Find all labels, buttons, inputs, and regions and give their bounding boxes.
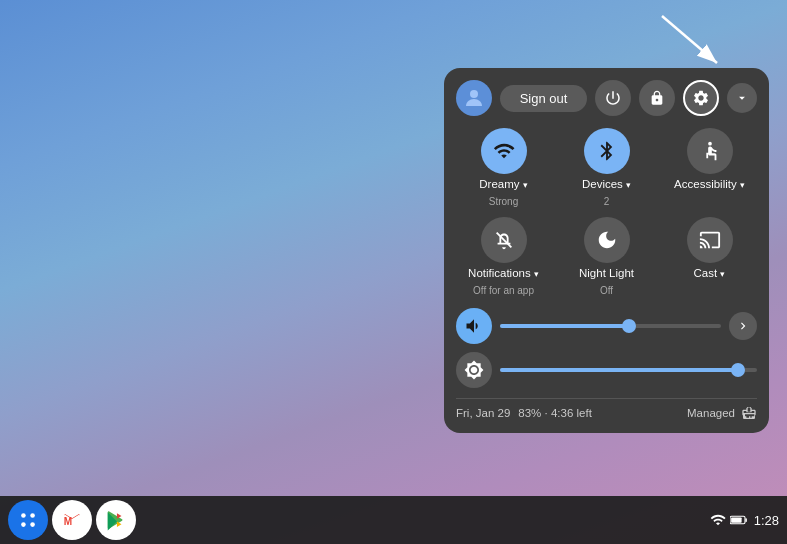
gmail-button[interactable]: M bbox=[52, 500, 92, 540]
svg-text:M: M bbox=[64, 516, 72, 527]
quick-settings-panel: Sign out bbox=[444, 68, 769, 433]
bluetooth-icon bbox=[584, 128, 630, 174]
qs-header: Sign out bbox=[456, 80, 757, 116]
launcher-button[interactable] bbox=[8, 500, 48, 540]
footer-right: Managed bbox=[687, 405, 757, 421]
footer-left: Fri, Jan 29 83% · 4:36 left bbox=[456, 407, 592, 419]
taskbar-battery-icon bbox=[730, 513, 748, 527]
notifications-sub: Off for an app bbox=[473, 285, 534, 296]
cast-label: Cast ▾ bbox=[694, 267, 726, 281]
qs-sliders bbox=[456, 308, 757, 388]
sign-out-button[interactable]: Sign out bbox=[500, 85, 587, 112]
brightness-icon[interactable] bbox=[456, 352, 492, 388]
managed-label: Managed bbox=[687, 407, 735, 419]
user-avatar bbox=[456, 80, 492, 116]
svg-rect-11 bbox=[731, 517, 742, 522]
devices-label: Devices ▾ bbox=[582, 178, 631, 192]
volume-thumb bbox=[622, 319, 636, 333]
devices-sub: 2 bbox=[604, 196, 610, 207]
battery-label: 83% · 4:36 left bbox=[518, 407, 592, 419]
settings-button[interactable] bbox=[683, 80, 719, 116]
taskbar-wifi-icon bbox=[710, 512, 726, 528]
tile-cast[interactable]: Cast ▾ bbox=[662, 217, 757, 296]
date-label: Fri, Jan 29 bbox=[456, 407, 510, 419]
taskbar: M 1:28 bbox=[0, 496, 787, 544]
brightness-track[interactable] bbox=[500, 368, 757, 372]
night-light-label: Night Light bbox=[579, 267, 634, 281]
taskbar-apps: M bbox=[8, 500, 136, 540]
notifications-label: Notifications ▾ bbox=[468, 267, 539, 281]
power-button[interactable] bbox=[595, 80, 631, 116]
volume-chevron[interactable] bbox=[729, 312, 757, 340]
volume-icon[interactable] bbox=[456, 308, 492, 344]
cast-icon bbox=[687, 217, 733, 263]
svg-point-8 bbox=[30, 522, 35, 527]
dreamy-sub: Strong bbox=[489, 196, 518, 207]
wifi-icon bbox=[481, 128, 527, 174]
notifications-icon bbox=[481, 217, 527, 263]
volume-fill bbox=[500, 324, 626, 328]
brightness-thumb bbox=[731, 363, 745, 377]
volume-track[interactable] bbox=[500, 324, 721, 328]
tile-accessibility[interactable]: Accessibility ▾ bbox=[662, 128, 757, 207]
brightness-slider-row bbox=[456, 352, 757, 388]
taskbar-status: 1:28 bbox=[710, 512, 779, 528]
tile-dreamy[interactable]: Dreamy ▾ Strong bbox=[456, 128, 551, 207]
play-store-button[interactable] bbox=[96, 500, 136, 540]
qs-tiles-grid: Dreamy ▾ Strong Devices ▾ 2 bbox=[456, 128, 757, 296]
night-light-sub: Off bbox=[600, 285, 613, 296]
lock-button[interactable] bbox=[639, 80, 675, 116]
tile-notifications[interactable]: Notifications ▾ Off for an app bbox=[456, 217, 551, 296]
dreamy-label: Dreamy ▾ bbox=[479, 178, 527, 192]
svg-rect-12 bbox=[745, 518, 747, 522]
taskbar-time: 1:28 bbox=[754, 513, 779, 528]
svg-point-5 bbox=[21, 513, 26, 518]
managed-icon bbox=[741, 405, 757, 421]
svg-point-7 bbox=[21, 522, 26, 527]
svg-point-3 bbox=[708, 142, 712, 146]
accessibility-label: Accessibility ▾ bbox=[674, 178, 745, 192]
qs-footer: Fri, Jan 29 83% · 4:36 left Managed bbox=[456, 398, 757, 421]
status-icons bbox=[710, 512, 748, 528]
svg-point-6 bbox=[30, 513, 35, 518]
tile-night-light[interactable]: Night Light Off bbox=[559, 217, 654, 296]
brightness-fill bbox=[500, 368, 736, 372]
svg-point-2 bbox=[470, 90, 478, 98]
tile-devices[interactable]: Devices ▾ 2 bbox=[559, 128, 654, 207]
accessibility-icon bbox=[687, 128, 733, 174]
volume-slider-row bbox=[456, 308, 757, 344]
svg-line-1 bbox=[662, 16, 717, 63]
arrow-pointer bbox=[652, 8, 732, 73]
expand-chevron[interactable] bbox=[727, 83, 757, 113]
night-light-icon bbox=[584, 217, 630, 263]
